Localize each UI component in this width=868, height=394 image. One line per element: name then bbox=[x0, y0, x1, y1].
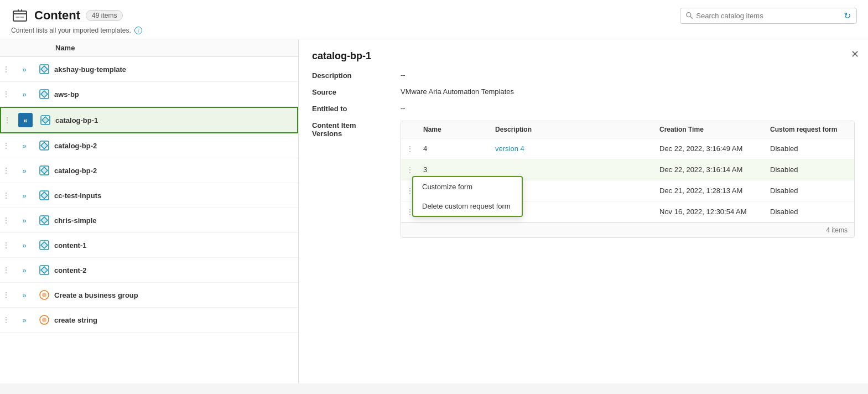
vt-header-time: Creation Time bbox=[655, 126, 766, 133]
page-header: Content 49 items ↻ Content lists all you… bbox=[0, 0, 868, 39]
expand-button[interactable]: » bbox=[13, 266, 35, 274]
expand-button[interactable]: » bbox=[13, 291, 35, 299]
item-icon bbox=[37, 111, 54, 129]
version-drag-handle[interactable]: ⋮ bbox=[401, 165, 419, 174]
source-label: Source bbox=[312, 87, 401, 96]
item-name: Create a business group bbox=[53, 291, 298, 299]
subtitle: Content lists all your imported template… bbox=[11, 27, 857, 34]
version-drag-handle[interactable]: ⋮ bbox=[401, 144, 419, 153]
expand-button[interactable]: » bbox=[13, 90, 35, 98]
drag-handle[interactable]: ⋮ bbox=[0, 315, 13, 324]
source-value: VMware Aria Automation Templates bbox=[401, 87, 514, 96]
version-description: version 4 bbox=[491, 144, 655, 153]
svg-point-12 bbox=[42, 293, 46, 297]
diamond-blue-icon bbox=[39, 265, 50, 276]
drag-handle[interactable]: ⋮ bbox=[0, 191, 13, 200]
list-item[interactable]: ⋮ « catalog-bp-1 bbox=[0, 107, 298, 133]
expand-button[interactable]: « bbox=[14, 113, 37, 127]
list-item[interactable]: ⋮ » akshay-bug-template bbox=[0, 57, 298, 82]
search-input[interactable] bbox=[696, 12, 840, 20]
drag-handle[interactable]: ⋮ bbox=[1, 116, 14, 125]
diamond-blue-icon bbox=[39, 64, 50, 75]
item-icon bbox=[35, 137, 53, 154]
expand-button[interactable]: » bbox=[13, 65, 35, 74]
circle-orange-icon bbox=[39, 289, 50, 300]
list-item[interactable]: ⋮ » content-2 bbox=[0, 258, 298, 283]
list-item[interactable]: ⋮ » create string bbox=[0, 308, 298, 333]
expand-button[interactable]: » bbox=[13, 167, 35, 175]
item-icon bbox=[35, 186, 53, 204]
list-item[interactable]: ⋮ » cc-test-inputs bbox=[0, 183, 298, 208]
close-button[interactable]: ✕ bbox=[851, 48, 859, 60]
version-custom-form: Disabled bbox=[766, 165, 854, 174]
item-name: create string bbox=[53, 316, 298, 324]
diamond-blue-icon bbox=[39, 140, 50, 151]
item-name: aws-bp bbox=[53, 90, 298, 98]
item-icon bbox=[35, 85, 53, 103]
version-custom-form: Disabled bbox=[766, 208, 854, 216]
drag-handle[interactable]: ⋮ bbox=[0, 241, 13, 250]
header-name-col: Name bbox=[53, 44, 298, 52]
vt-header-name: Name bbox=[419, 126, 491, 133]
diamond-blue-icon bbox=[40, 115, 51, 126]
item-name: catalog-bp-2 bbox=[53, 142, 298, 150]
version-time: Dec 22, 2022, 3:16:49 AM bbox=[655, 144, 766, 153]
detail-versions-section: Content Item Versions Name Description C… bbox=[312, 121, 855, 238]
versions-header-row: Name Description Creation Time Custom re… bbox=[401, 121, 854, 138]
context-menu-item-delete-custom-form[interactable]: Delete custom request form bbox=[413, 196, 522, 216]
svg-point-14 bbox=[42, 318, 46, 322]
expand-button[interactable]: » bbox=[13, 241, 35, 250]
drag-handle[interactable]: ⋮ bbox=[0, 141, 13, 150]
main-layout: Name ⋮ » akshay-bug-template bbox=[0, 39, 868, 383]
list-item[interactable]: ⋮ » Create a business group bbox=[0, 283, 298, 308]
item-name: akshay-bug-template bbox=[53, 65, 298, 74]
item-icon bbox=[35, 311, 53, 329]
item-icon bbox=[35, 211, 53, 229]
item-name: cc-test-inputs bbox=[53, 191, 298, 200]
item-name: catalog-bp-2 bbox=[53, 167, 298, 175]
title-area: Content 49 items bbox=[11, 7, 123, 24]
version-time: Dec 22, 2022, 3:16:14 AM bbox=[655, 165, 766, 174]
description-value: -- bbox=[401, 71, 406, 80]
expand-button[interactable]: » bbox=[13, 191, 35, 200]
detail-description-row: Description -- bbox=[312, 71, 855, 80]
search-area[interactable]: ↻ bbox=[680, 8, 857, 24]
expand-button[interactable]: » bbox=[13, 216, 35, 225]
left-panel: Name ⋮ » akshay-bug-template bbox=[0, 39, 299, 383]
list-item[interactable]: ⋮ » catalog-bp-2 bbox=[0, 158, 298, 183]
page-title: Content bbox=[34, 8, 80, 23]
list-item[interactable]: ⋮ » chris-simple bbox=[0, 208, 298, 233]
item-name: content-2 bbox=[53, 266, 298, 274]
refresh-icon[interactable]: ↻ bbox=[844, 11, 851, 21]
info-icon[interactable]: i bbox=[134, 27, 142, 34]
detail-title: catalog-bp-1 bbox=[312, 50, 855, 62]
content-icon bbox=[11, 7, 29, 24]
expand-button[interactable]: » bbox=[13, 142, 35, 150]
vt-header-drag bbox=[401, 126, 419, 133]
drag-handle[interactable]: ⋮ bbox=[0, 291, 13, 299]
item-name: chris-simple bbox=[53, 216, 298, 225]
list-item[interactable]: ⋮ » catalog-bp-2 bbox=[0, 133, 298, 158]
item-icon bbox=[35, 60, 53, 78]
drag-handle[interactable]: ⋮ bbox=[0, 90, 13, 98]
versions-table-footer: 4 items bbox=[401, 222, 854, 237]
diamond-blue-icon bbox=[39, 165, 50, 176]
drag-handle[interactable]: ⋮ bbox=[0, 266, 13, 274]
drag-handle[interactable]: ⋮ bbox=[0, 65, 13, 74]
version-name: 4 bbox=[419, 144, 491, 153]
selected-expand-icon[interactable]: « bbox=[18, 113, 33, 127]
detail-entitled-row: Entitled to -- bbox=[312, 104, 855, 113]
list-item[interactable]: ⋮ » content-1 bbox=[0, 233, 298, 258]
search-icon bbox=[686, 12, 693, 19]
items-badge: 49 items bbox=[86, 10, 123, 21]
list-item[interactable]: ⋮ » aws-bp bbox=[0, 82, 298, 107]
left-table: Name ⋮ » akshay-bug-template bbox=[0, 39, 298, 383]
expand-button[interactable]: » bbox=[13, 316, 35, 324]
drag-handle[interactable]: ⋮ bbox=[0, 216, 13, 225]
version-row: ⋮ 3 Dec 22, 2022, 3:16:14 AM Disabled Cu… bbox=[401, 159, 854, 180]
version-row: ⋮ 4 version 4 Dec 22, 2022, 3:16:49 AM D… bbox=[401, 138, 854, 159]
context-menu-item-customize-form[interactable]: Customize form bbox=[413, 177, 522, 196]
drag-handle[interactable]: ⋮ bbox=[0, 166, 13, 175]
item-icon bbox=[35, 236, 53, 254]
svg-point-1 bbox=[687, 13, 691, 17]
